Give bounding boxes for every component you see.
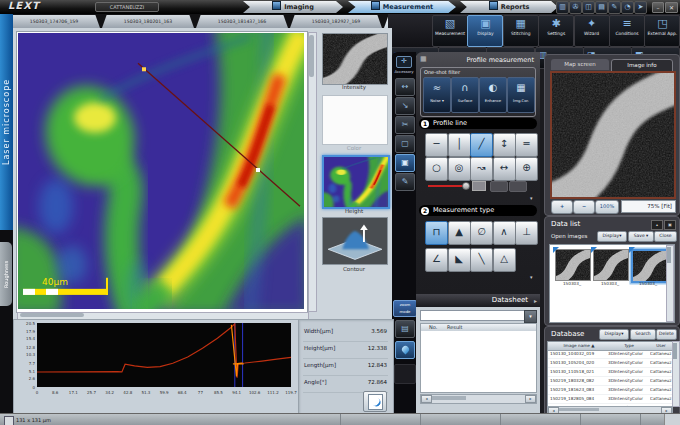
file-tab[interactable]: 150303_182927_169 — [290, 15, 382, 28]
scroll-left-arrow[interactable]: ◂ — [421, 395, 432, 403]
clock-icon[interactable]: ◔ — [621, 1, 634, 14]
open-images-list[interactable]: 150303_ 150303_ 150303_ — [549, 244, 675, 323]
slider-value-box[interactable] — [472, 181, 486, 191]
file-tab[interactable]: 150303_174706_159 — [8, 15, 100, 28]
enhance-filter-button[interactable]: ◐ Enhance — [479, 77, 507, 113]
ribbon-external-app-button[interactable]: ◳ External App. — [644, 15, 680, 47]
datasheet-combo-input[interactable] — [420, 310, 526, 321]
database-row[interactable]: 150130_110518_021 3DIntensityColor Catta… — [548, 368, 672, 377]
scrollbar-thumb[interactable] — [673, 343, 677, 359]
slider-knob[interactable] — [462, 182, 470, 190]
ribbon-conditions-button[interactable]: ≡ Conditions — [609, 15, 645, 47]
database-search-button[interactable]: Search — [630, 329, 656, 340]
free-line-tool[interactable]: ╱ — [470, 133, 493, 157]
zoom-mode-badge[interactable]: zoom mode — [393, 300, 417, 317]
camera-icon[interactable]: ✇ — [569, 1, 582, 14]
open-image-thumbnail[interactable] — [593, 249, 629, 281]
profile-line-more-caret[interactable]: ▾ — [530, 195, 533, 201]
ribbon-wizard-button[interactable]: ✦ Wizard — [574, 15, 610, 47]
main-tab-reports[interactable]: Reports — [460, 1, 558, 13]
peak-height-tool[interactable]: △ — [493, 248, 516, 272]
edit-note-icon[interactable]: ✎ — [395, 173, 415, 191]
circle-line-tool[interactable]: ○ — [425, 157, 448, 181]
main-tab-imaging[interactable]: Imaging — [243, 1, 343, 13]
file-tab[interactable]: 150303_181437_166 — [196, 15, 288, 28]
key-icon[interactable]: ➤ — [634, 1, 647, 14]
user-button[interactable]: CATTANEUZZI — [95, 2, 159, 12]
noise-filter-button[interactable]: ≈ Noise ▾ — [423, 77, 451, 113]
database-vertical-scrollbar[interactable] — [672, 341, 680, 407]
open-images-close-button[interactable]: Close — [654, 231, 677, 242]
curve-line-tool[interactable]: ↝ — [470, 157, 493, 181]
roughness-tab[interactable]: Roughness — [0, 242, 12, 306]
datasheet-table-body[interactable] — [420, 331, 537, 393]
minimize-button[interactable]: – — [652, 2, 664, 13]
diagonal-measure-icon[interactable]: ↘ — [395, 97, 415, 115]
database-row[interactable]: 150219_182805_084 3DIntensityColor Catta… — [548, 395, 672, 404]
ribbon-settings-button[interactable]: ✱ Settings — [538, 15, 574, 47]
concentric-circle-tool[interactable]: ◎ — [448, 157, 471, 181]
cross-section-tool[interactable]: ⊥ — [515, 221, 538, 245]
file-tab[interactable]: 150303_180201_163 — [102, 15, 194, 28]
height-map-image[interactable]: 40µm — [18, 33, 304, 309]
cross-circle-tool[interactable]: ⊕ — [515, 157, 538, 181]
thumbnail-color[interactable] — [322, 95, 388, 145]
wrench-icon[interactable]: ✎ — [608, 1, 621, 14]
height-map-canvas[interactable]: 40µm — [16, 31, 308, 313]
datasheet-expand-icon[interactable]: ▸ — [534, 297, 537, 304]
monitor-icon[interactable]: ▥ — [556, 1, 569, 14]
database-row[interactable]: 150219_181623_083 3DIntensityColor Catta… — [548, 386, 672, 395]
image-correction-button[interactable]: ▦ Img.Cor. — [507, 77, 535, 113]
scrollbar-thumb[interactable] — [309, 35, 314, 77]
save-icon[interactable]: ◫ — [582, 1, 595, 14]
database-row[interactable]: 150130_104032_019 3DIntensityColor Catta… — [548, 350, 672, 359]
drop-tool-button[interactable] — [395, 341, 415, 359]
datasheet-horizontal-scrollbar[interactable]: ◂ ▸ — [420, 394, 537, 404]
database-row[interactable]: 150219_180328_082 3DIntensityColor Catta… — [548, 377, 672, 386]
database-row[interactable]: 150130_105204_020 3DIntensityColor Catta… — [548, 359, 672, 368]
map-overview-image[interactable] — [550, 71, 676, 199]
scrollbar-thumb[interactable] — [667, 247, 671, 263]
expand-panel-button[interactable]: ✛ — [396, 56, 412, 68]
map-zoom-in-button[interactable]: + — [551, 200, 573, 214]
collapse-panel-icon[interactable]: ▴ — [651, 220, 663, 230]
step-measure-tool[interactable]: ⊓ — [425, 221, 448, 245]
circle-measure-tool[interactable]: ∅ — [470, 221, 493, 245]
scrollbar-thumb[interactable] — [559, 408, 599, 411]
open-images-display-button[interactable]: Display▾ — [597, 231, 627, 242]
vertical-span-tool[interactable]: ↕ — [493, 133, 516, 157]
datasheet-combo-dropdown[interactable]: ▾ — [524, 310, 537, 323]
profile-plot[interactable] — [37, 323, 291, 387]
tab-map-screen[interactable]: Map screen — [551, 59, 609, 70]
cut-plane-icon[interactable]: ✂ — [395, 116, 415, 134]
measurement-type-more-caret[interactable]: ▾ — [530, 274, 533, 280]
report-icon[interactable]: ▤ — [595, 1, 608, 14]
database-display-button[interactable]: Display▾ — [599, 329, 629, 340]
horizontal-span-tool[interactable]: ↔ — [493, 157, 516, 181]
width-measure-icon[interactable]: ↔ — [395, 78, 415, 96]
popout-panel-icon[interactable]: ▣ — [664, 220, 676, 230]
region-select-icon[interactable]: ▢ — [395, 135, 415, 153]
ribbon-display-button[interactable]: ▣ Display — [467, 15, 503, 47]
thumbnail-intensity[interactable] — [322, 33, 388, 85]
open-images-scrollbar[interactable] — [666, 245, 674, 322]
open-image-thumbnail[interactable] — [631, 249, 669, 283]
stage-tool-button[interactable]: ▤ — [395, 320, 415, 338]
database-delete-button[interactable]: Delete — [656, 329, 677, 340]
main-tab-measurement[interactable]: Measurement — [348, 1, 456, 13]
thumbnail-height[interactable] — [322, 155, 390, 209]
open-images-save-button[interactable]: Save ▾ — [628, 231, 654, 242]
angle-measure-tool[interactable]: ∠ — [425, 248, 448, 272]
horizontal-line-tool[interactable]: ─ — [425, 133, 448, 157]
resize-grip[interactable] — [664, 414, 680, 425]
thumbnail-contour[interactable] — [322, 217, 388, 265]
parallel-lines-tool[interactable]: ═ — [515, 133, 538, 157]
map-zoom-out-button[interactable]: − — [573, 200, 595, 214]
slope-measure-tool[interactable]: ◣ — [448, 248, 471, 272]
scrollbar-thumb[interactable] — [20, 313, 84, 317]
map-zoom-100-button[interactable]: 100% — [595, 200, 619, 214]
database-table[interactable]: Image name ▲ Type User 150130_104032_019… — [547, 341, 673, 407]
ribbon-measurement-button[interactable]: ▧ Measurement — [432, 15, 468, 47]
open-image-thumbnail[interactable] — [555, 249, 591, 281]
surface-filter-button[interactable]: ∩ Surface — [451, 77, 479, 113]
